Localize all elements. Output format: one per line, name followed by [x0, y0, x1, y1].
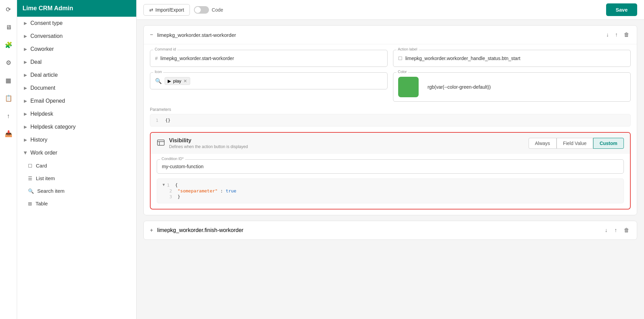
- move-up-button[interactable]: ↑: [614, 30, 619, 39]
- sidebar-item-document[interactable]: ▶ Document: [17, 82, 136, 95]
- brace-close: }: [178, 194, 618, 199]
- icon-group: Icon 🔍 ▶ play ✕: [150, 72, 388, 102]
- visibility-title-wrap: Visibility Defines when the action butto…: [169, 137, 524, 149]
- chevron-icon: ▶: [24, 137, 27, 142]
- chevron-icon: ▶: [24, 99, 27, 103]
- bottom-command-card: + limepkg_workorder.finish-workorder ↓ ↑…: [143, 221, 637, 240]
- card-icon: ☐: [28, 163, 32, 169]
- import-export-button[interactable]: ⇄ Import/Export: [143, 4, 190, 16]
- code-toggle-wrap: Code: [194, 6, 223, 14]
- sidebar-item-work-order[interactable]: ▶ Work order: [17, 146, 136, 159]
- sidebar-sub-item-card[interactable]: ☐ Card: [17, 159, 136, 172]
- icon-bar-monitor[interactable]: 🖥: [2, 21, 15, 33]
- bottom-move-up-button[interactable]: ↑: [613, 226, 618, 235]
- params-code-value: {}: [165, 118, 171, 123]
- icon-tag: ▶ play ✕: [165, 77, 190, 85]
- code-toggle[interactable]: [194, 6, 209, 14]
- action-label-field[interactable]: ☐ limepkg_workorder.workorder_handle_sta…: [393, 50, 631, 67]
- color-field[interactable]: rgb(var(--color-green-default)): [393, 72, 631, 102]
- code-value: true: [226, 188, 236, 193]
- chevron-icon: ▶: [24, 112, 27, 116]
- svg-rect-0: [157, 140, 164, 145]
- icon-bar-settings[interactable]: ⚙: [2, 57, 15, 69]
- sidebar-item-label: Coworker: [30, 46, 54, 52]
- command-card-body: Command id # limepkg_workorder.start-wor…: [144, 44, 637, 215]
- chevron-icon: ▶: [24, 34, 27, 39]
- collapse-icon[interactable]: −: [150, 32, 153, 38]
- color-swatch[interactable]: [398, 77, 419, 97]
- command-card-header: − limepkg_workorder.start-workorder ↓ ↑ …: [144, 26, 637, 44]
- icon-bar-puzzle[interactable]: 🧩: [2, 39, 15, 51]
- delete-button[interactable]: 🗑: [622, 30, 631, 39]
- sidebar-item-deal-article[interactable]: ▶ Deal article: [17, 69, 136, 82]
- add-icon[interactable]: +: [150, 227, 153, 233]
- line-num-2: 2: [169, 188, 178, 193]
- app-title: Lime CRM Admin: [23, 5, 73, 12]
- visibility-tabs: Always Field Value Custom: [529, 138, 624, 149]
- icon-bar-refresh[interactable]: ⟳: [2, 3, 15, 16]
- rect-icon: ☐: [398, 56, 403, 61]
- import-export-icon: ⇄: [149, 7, 153, 13]
- command-id-label: Command id: [153, 47, 177, 51]
- sidebar-item-conversation[interactable]: ▶ Conversation: [17, 30, 136, 43]
- sub-item-label: Table: [36, 201, 48, 206]
- sidebar-item-label: Consent type: [30, 20, 62, 26]
- sidebar-item-label: Document: [30, 85, 55, 91]
- icon-tag-label: play: [173, 78, 181, 84]
- sub-item-label: List item: [36, 175, 55, 181]
- sidebar-item-label: Deal article: [30, 72, 58, 78]
- save-button[interactable]: Save: [606, 3, 637, 16]
- color-label: Color: [396, 70, 408, 74]
- icon-field[interactable]: 🔍 ▶ play ✕: [150, 72, 388, 89]
- sub-item-label: Card: [36, 163, 47, 169]
- sidebar-item-coworker[interactable]: ▶ Coworker: [17, 43, 136, 56]
- toolbar-left: ⇄ Import/Export Code: [143, 4, 223, 16]
- move-down-button[interactable]: ↓: [605, 30, 610, 39]
- condition-id-label: Condition ID*: [160, 157, 185, 161]
- sidebar-item-label: Helpdesk category: [30, 124, 76, 130]
- chevron-icon: ▶: [24, 125, 27, 129]
- remove-icon-tag[interactable]: ✕: [183, 78, 187, 84]
- sidebar-sub-item-table[interactable]: ⊞ Table: [17, 197, 136, 210]
- bottom-move-down-button[interactable]: ↓: [603, 226, 609, 235]
- color-group: Color rgb(var(--color-green-default)): [393, 72, 631, 102]
- sidebar-item-label: Deal: [30, 59, 42, 65]
- command-id-field[interactable]: # limepkg_workorder.start-workorder: [150, 50, 388, 67]
- icon-bar-download[interactable]: 📥: [2, 128, 15, 140]
- vis-tab-field-value[interactable]: Field Value: [557, 138, 593, 149]
- vis-tab-custom[interactable]: Custom: [593, 138, 624, 149]
- bottom-delete-button[interactable]: 🗑: [622, 226, 631, 235]
- sidebar-item-label: Work order: [30, 150, 57, 156]
- sidebar-item-label: Conversation: [30, 33, 62, 39]
- sidebar-item-helpdesk-category[interactable]: ▶ Helpdesk category: [17, 120, 136, 133]
- visibility-subtitle: Defines when the action button is displa…: [169, 144, 524, 149]
- condition-id-input[interactable]: [157, 159, 624, 174]
- vis-tab-always[interactable]: Always: [529, 138, 557, 149]
- action-label-label: Action label: [396, 47, 419, 51]
- action-label-group: Action label ☐ limepkg_workorder.workord…: [393, 50, 631, 67]
- sidebar-sub-item-search-item[interactable]: 🔍 Search item: [17, 185, 136, 197]
- command-id-value: limepkg_workorder.start-workorder: [160, 56, 234, 61]
- brace-open: {: [175, 183, 618, 188]
- sidebar-item-helpdesk[interactable]: ▶ Helpdesk: [17, 107, 136, 120]
- sidebar-item-email-opened[interactable]: ▶ Email Opened: [17, 95, 136, 107]
- visibility-header: Visibility Defines when the action butto…: [151, 133, 630, 154]
- main: ⇄ Import/Export Code Save − limepkg_work…: [137, 0, 644, 319]
- icon-bar-copy[interactable]: 📋: [2, 92, 15, 104]
- params-code: 1 {}: [150, 114, 631, 127]
- icon-bar-login[interactable]: ↑: [2, 110, 15, 122]
- line-number: 1: [156, 118, 158, 123]
- sidebar-item-label: History: [30, 137, 47, 143]
- collapse-toggle[interactable]: ▼: [163, 183, 165, 187]
- sidebar-item-consent-type[interactable]: ▶ Consent type: [17, 17, 136, 30]
- icon-bar-layers[interactable]: ▦: [2, 74, 15, 87]
- import-export-label: Import/Export: [155, 7, 184, 13]
- chevron-icon: ▶: [24, 60, 27, 64]
- command-card: − limepkg_workorder.start-workorder ↓ ↑ …: [143, 25, 637, 215]
- sidebar-item-history[interactable]: ▶ History: [17, 133, 136, 146]
- sidebar-item-deal[interactable]: ▶ Deal: [17, 56, 136, 69]
- chevron-icon: ▶: [24, 47, 27, 52]
- sidebar-sub-item-list-item[interactable]: ☰ List item: [17, 172, 136, 185]
- visibility-card: Visibility Defines when the action butto…: [150, 132, 631, 209]
- visibility-body: Condition ID* ▼ 1 { 2: [151, 154, 630, 209]
